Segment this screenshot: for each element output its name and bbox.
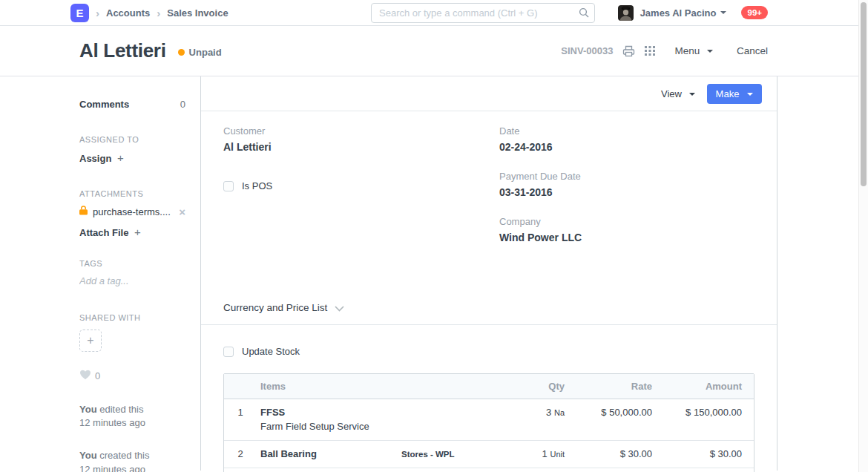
status-badge: Unpaid <box>178 47 222 58</box>
notifications-badge[interactable]: 99+ <box>741 6 768 19</box>
company-label: Company <box>499 216 754 227</box>
view-button[interactable]: View <box>661 88 695 99</box>
plus-icon: + <box>134 226 141 238</box>
table-row[interactable]: 3 Bearing Collar Stores - WPL 1 Nos $ 12… <box>224 468 754 472</box>
likes-count: 0 <box>95 370 100 381</box>
plus-icon: + <box>117 151 124 164</box>
activity-time: 12 minutes ago <box>79 464 145 472</box>
shared-with-heading: SHARED WITH <box>79 313 185 322</box>
item-code: FFSS <box>260 407 394 418</box>
rate-cell: $ 30.00 <box>568 448 656 459</box>
tags-heading: TAGS <box>79 259 185 268</box>
date-label: Date <box>499 125 754 137</box>
form-main: View Make Customer Al Lettieri Is P <box>200 76 777 471</box>
item-code: Ball Bearing <box>260 448 394 459</box>
user-menu[interactable]: James Al Pacino <box>640 7 717 19</box>
attachment-link[interactable]: purchase-terms.... <box>93 206 171 217</box>
chevron-down-icon <box>689 93 695 96</box>
search-input[interactable] <box>371 3 595 23</box>
items-table-header: Items Qty Rate Amount <box>224 374 754 399</box>
activity-action: edited this <box>99 404 143 415</box>
is-pos-label: Is POS <box>242 180 272 191</box>
add-tag-input[interactable] <box>79 275 176 286</box>
document-id: SINV-00033 <box>561 45 613 56</box>
customer-label: Customer <box>223 125 489 137</box>
form-toolbar: View Make <box>201 76 777 111</box>
chevron-down-icon <box>335 306 344 312</box>
navbar-user-area: James Al Pacino 99+ <box>618 5 768 21</box>
payment-due-date-field[interactable]: Payment Due Date 03-31-2016 <box>499 171 754 198</box>
attach-file-label: Attach File <box>79 227 128 238</box>
activity-entry: You edited this 12 minutes ago <box>79 403 185 430</box>
make-label: Make <box>716 88 740 99</box>
heart-icon <box>79 370 91 382</box>
remove-attachment-icon[interactable]: × <box>179 206 185 217</box>
view-label: View <box>661 88 682 99</box>
activity-action: created this <box>99 450 149 461</box>
status-label: Unpaid <box>189 47 222 58</box>
comments-label: Comments <box>79 99 129 110</box>
add-share-button[interactable]: + <box>79 330 102 352</box>
assigned-to-heading: ASSIGNED TO <box>79 135 185 144</box>
company-field[interactable]: Company Wind Power LLC <box>499 216 754 243</box>
scrollbar-thumb[interactable] <box>861 2 867 186</box>
like-button[interactable]: 0 <box>79 370 185 382</box>
table-row[interactable]: 1 FFSS Farm Field Setup Service 3 Na $ 5… <box>224 399 754 441</box>
chevron-down-icon <box>747 93 753 96</box>
breadcrumb-accounts[interactable]: Accounts <box>106 7 150 19</box>
app-window: E › Accounts › Sales Invoice <box>0 0 868 472</box>
items-table: Items Qty Rate Amount 1 FFSS Farm Field … <box>223 373 754 472</box>
cancel-button[interactable]: Cancel <box>737 45 768 56</box>
plus-icon: + <box>87 334 93 347</box>
comments-count: 0 <box>180 99 185 110</box>
is-pos-checkbox[interactable] <box>223 181 234 191</box>
attachments-heading: ATTACHMENTS <box>79 189 185 198</box>
uom-label: Na <box>554 408 565 417</box>
customer-value: Al Lettieri <box>223 141 489 153</box>
is-pos-field[interactable]: Is POS <box>223 180 489 191</box>
activity-entry: You created this 12 minutes ago <box>79 449 185 472</box>
row-index: 2 <box>224 448 257 459</box>
global-search <box>371 3 595 23</box>
breadcrumb-sales-invoice[interactable]: Sales Invoice <box>167 7 228 19</box>
attach-file-button[interactable]: Attach File + <box>79 226 185 238</box>
title-area: Al Lettieri Unpaid <box>79 39 222 62</box>
header-warehouse <box>398 381 505 382</box>
qty-cell: 1 Unit <box>505 448 568 459</box>
table-row[interactable]: 2 Ball Bearing Stores - WPL 1 Unit $ 30.… <box>224 441 754 468</box>
warehouse-cell <box>398 407 505 408</box>
avatar[interactable] <box>618 5 634 21</box>
grid-view-icon[interactable] <box>645 46 655 56</box>
make-button[interactable]: Make <box>707 84 762 104</box>
activity-actor: You <box>79 450 97 461</box>
form-column-right: Date 02-24-2016 Payment Due Date 03-31-2… <box>489 125 754 261</box>
date-field[interactable]: Date 02-24-2016 <box>499 125 754 153</box>
chevron-down-icon <box>720 11 726 14</box>
currency-price-list-section-toggle[interactable]: Currency and Price List <box>201 291 777 325</box>
update-stock-field[interactable]: Update Stock <box>201 325 777 373</box>
date-value: 02-24-2016 <box>499 141 754 153</box>
chevron-right-icon: › <box>157 7 160 19</box>
row-index: 1 <box>224 407 257 418</box>
uom-label: Unit <box>550 450 565 459</box>
update-stock-checkbox[interactable] <box>223 347 234 357</box>
assign-button[interactable]: Assign + <box>79 151 185 164</box>
menu-button[interactable]: Menu <box>674 45 713 56</box>
print-icon[interactable] <box>622 45 635 57</box>
activity-actor: You <box>79 404 97 415</box>
payment-due-date-label: Payment Due Date <box>499 171 754 182</box>
sidebar-item-comments[interactable]: Comments 0 <box>79 99 185 110</box>
vertical-scrollbar[interactable] <box>858 0 868 472</box>
amount-cell: $ 30.00 <box>656 448 754 459</box>
search-icon <box>579 7 589 20</box>
form-sidebar: Comments 0 ASSIGNED TO Assign + ATTACHME… <box>70 76 200 471</box>
header-qty: Qty <box>505 381 568 392</box>
rate-cell: $ 50,000.00 <box>568 407 656 418</box>
header-rate: Rate <box>568 381 656 392</box>
header-amount: Amount <box>656 381 754 392</box>
customer-field[interactable]: Customer Al Lettieri <box>223 125 489 153</box>
lock-icon <box>79 206 88 217</box>
page-title: Al Lettieri <box>79 39 166 62</box>
qty-value: 3 <box>546 407 551 418</box>
app-logo[interactable]: E <box>70 4 89 22</box>
